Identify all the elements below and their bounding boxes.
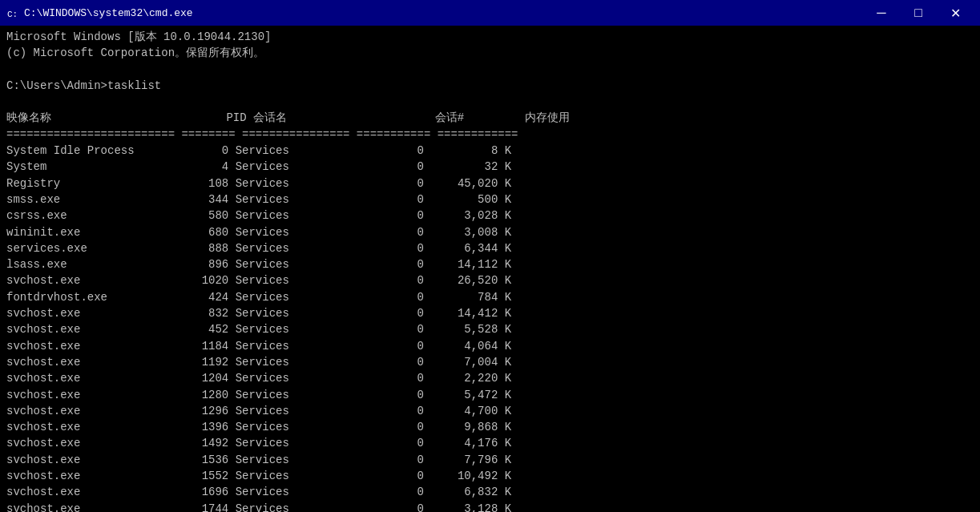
table-row: fontdrvhost.exe 424 Services 0 784 K [6,289,974,305]
table-row: svchost.exe 1492 Services 0 4,176 K [6,435,974,451]
table-row: svchost.exe 1396 Services 0 9,868 K [6,419,974,435]
table-row: svchost.exe 1192 Services 0 7,004 K [6,354,974,370]
table-row: svchost.exe 832 Services 0 14,412 K [6,305,974,321]
table-row: System Idle Process 0 Services 0 8 K [6,143,974,159]
svg-text:C:: C: [7,10,18,19]
titlebar: C: C:\WINDOWS\system32\cmd.exe ─ □ ✕ [0,0,980,26]
table-row: svchost.exe 1696 Services 0 6,832 K [6,484,974,500]
table-row: System 4 Services 0 32 K [6,159,974,175]
table-row: smss.exe 344 Services 0 500 K [6,191,974,208]
table-row: svchost.exe 452 Services 0 5,528 K [6,321,974,337]
table-row: lsass.exe 896 Services 0 14,112 K [6,256,974,272]
blank-2 [6,94,974,110]
table-row: svchost.exe 1020 Services 0 26,520 K [6,272,974,288]
blank-1 [6,62,974,78]
intro-line-2: (c) Microsoft Corporation。保留所有权利。 [6,45,974,61]
process-table: 映像名称 PID 会话名 会话# 内存使用===================… [6,110,974,512]
table-row: svchost.exe 1204 Services 0 2,220 K [6,370,974,386]
table-separator: ========================= ======== =====… [6,127,974,143]
intro-line-1: Microsoft Windows [版本 10.0.19044.2130] [6,29,974,45]
table-row: csrss.exe 580 Services 0 3,028 K [6,208,974,224]
table-row: svchost.exe 1296 Services 0 4,700 K [6,403,974,419]
table-header: 映像名称 PID 会话名 会话# 内存使用 [6,110,974,126]
table-row: svchost.exe 1744 Services 0 3,128 K [6,501,974,512]
window-controls: ─ □ ✕ [863,0,974,26]
table-row: wininit.exe 680 Services 0 3,008 K [6,224,974,240]
terminal-output: Microsoft Windows [版本 10.0.19044.2130] (… [0,26,980,512]
window-title: C:\WINDOWS\system32\cmd.exe [24,7,193,19]
table-row: services.exe 888 Services 0 6,344 K [6,240,974,256]
maximize-button[interactable]: □ [900,0,937,26]
table-row: svchost.exe 1552 Services 0 10,492 K [6,468,974,484]
close-button[interactable]: ✕ [937,0,974,26]
table-row: svchost.exe 1184 Services 0 4,064 K [6,338,974,354]
prompt-line: C:\Users\Admin>tasklist [6,78,974,94]
table-row: svchost.exe 1536 Services 0 7,796 K [6,452,974,468]
titlebar-left: C: C:\WINDOWS\system32\cmd.exe [6,6,193,19]
table-row: svchost.exe 1280 Services 0 5,472 K [6,387,974,403]
cmd-icon: C: [6,6,19,19]
minimize-button[interactable]: ─ [863,0,900,26]
table-row: Registry 108 Services 0 45,020 K [6,175,974,191]
